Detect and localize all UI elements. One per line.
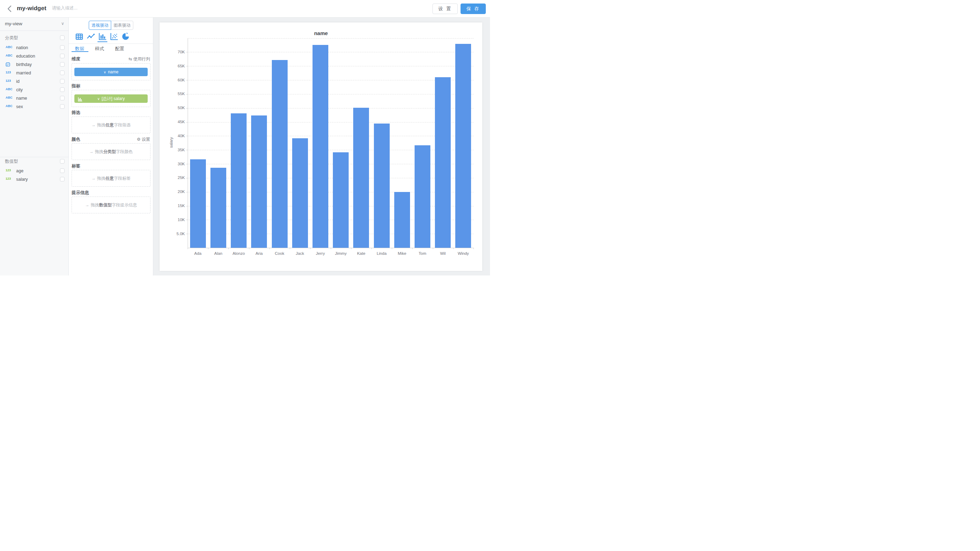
description-input[interactable] [52,6,129,11]
settings-button[interactable]: 设 置 [433,3,458,14]
field-checkbox[interactable] [60,96,65,100]
x-axis-label: Ada [188,251,208,255]
bar-Mike[interactable] [394,192,410,248]
field-checkbox[interactable] [60,45,65,50]
field-row-age[interactable]: 123age [0,167,68,175]
x-tick [208,248,208,249]
line-chart-icon[interactable] [87,32,95,41]
bar-Ada[interactable] [190,159,206,248]
back-icon[interactable] [6,5,14,13]
field-checkbox[interactable] [60,177,65,182]
bar-Windy[interactable] [455,44,471,248]
view-selector[interactable]: my-view ∨ [0,18,68,31]
section-checkbox[interactable] [60,35,65,40]
bar-Jimmy[interactable] [333,152,348,248]
field-section-label: 数值型 [5,159,18,165]
bar-Cook[interactable] [272,60,288,248]
x-axis-label: Alonzo [228,251,249,255]
section-checkbox[interactable] [60,159,65,164]
field-type-icon: 123 [6,70,15,74]
tab-config[interactable]: 配置 [115,46,124,52]
x-axis-label: Kate [351,251,371,255]
field-name: city [16,88,23,92]
field-row-nation[interactable]: ABCnation [0,43,68,52]
bar-Alan[interactable] [210,168,226,248]
y-axis-name: salary [169,137,173,148]
field-checkbox[interactable] [60,169,65,173]
y-tick [186,150,188,150]
y-tick [186,52,188,52]
y-axis-label: 15K [171,204,185,208]
bar-Aria[interactable] [251,115,267,248]
x-axis-label: Mike [392,251,412,255]
field-row-married[interactable]: 123married [0,69,68,77]
x-tick [188,248,188,249]
field-row-name[interactable]: ABCname [0,94,68,102]
field-row-education[interactable]: ABCeducation [0,52,68,61]
field-row-city[interactable]: ABCcity [0,86,68,94]
dimension-dropzone[interactable]: ∨name [72,63,151,80]
y-axis-label: 5.0K [171,232,185,236]
tooltip-section-label: 提示信息 [72,190,89,196]
color-dropzone[interactable]: →拖拽分类型字段颜色 [72,143,151,160]
field-name: married [16,70,31,75]
save-button[interactable]: 保 存 [461,3,486,14]
bar-Wil[interactable] [435,77,451,248]
field-checkbox[interactable] [60,62,65,67]
y-axis-label: 20K [171,190,185,194]
field-checkbox[interactable] [60,104,65,109]
bar-Jack[interactable] [292,138,308,248]
mode-switch: 透视驱动 图表驱动 [89,21,133,30]
bar-chart-plot: 5.0K10K15K20K25K30K35K40K45K50K55K60K65K… [159,22,482,271]
color-settings-link[interactable]: ⚙ 设置 [137,137,150,142]
field-checkbox[interactable] [60,70,65,75]
field-row-sex[interactable]: ABCsex [0,102,68,111]
bar-Alonzo[interactable] [231,113,247,248]
x-tick [474,248,474,249]
bar-chart-icon[interactable] [98,32,107,41]
color-section-label: 颜色 [72,137,80,142]
use-rowcol-link[interactable]: ⇆ 使用行列 [129,56,150,62]
x-tick [228,248,229,249]
field-name: id [16,79,20,84]
x-axis-label: Jerry [310,251,331,255]
y-axis-label: 55K [171,92,185,96]
field-sidebar: my-view ∨ 分类型ABCnationABCeducationbirthd… [0,18,69,276]
y-axis-label: 35K [171,148,185,152]
field-row-birthday[interactable]: birthday [0,61,68,69]
pie-chart-icon[interactable] [121,32,130,41]
tooltip-dropzone[interactable]: →拖拽数值型字段提示信息 [72,196,151,213]
mode-pivot-button[interactable]: 透视驱动 [89,21,111,30]
field-section-header: 数值型 [0,157,68,165]
chevron-down-icon: ∨ [97,97,100,101]
field-name: age [16,169,24,174]
metric-dropzone[interactable]: ∨[总计] salary [72,90,151,107]
metric-chip-salary[interactable]: ∨[总计] salary [74,94,148,103]
field-name: sex [16,104,23,109]
y-tick [186,164,188,164]
y-tick [186,234,188,234]
field-checkbox[interactable] [60,54,65,58]
label-dropzone[interactable]: →拖拽任意字段标签 [72,170,151,187]
y-axis-label: 30K [171,162,185,166]
x-tick [269,248,270,249]
swap-icon: ⇆ [129,56,133,61]
bar-Linda[interactable] [374,124,390,248]
bar-Kate[interactable] [353,108,369,248]
filter-dropzone[interactable]: →拖拽任意字段筛选 [72,116,151,133]
x-axis-label: Aria [249,251,269,255]
field-row-salary[interactable]: 123salary [0,175,68,183]
scatter-chart-icon[interactable] [110,32,118,41]
y-axis-label: 45K [171,120,185,124]
mode-chart-button[interactable]: 图表驱动 [111,21,133,30]
table-chart-icon[interactable] [75,32,83,41]
field-checkbox[interactable] [60,79,65,84]
x-tick [392,248,392,249]
gridline [188,80,474,80]
field-checkbox[interactable] [60,88,65,92]
bar-Tom[interactable] [415,145,430,248]
tab-style[interactable]: 样式 [95,46,104,52]
bar-Jerry[interactable] [312,45,328,248]
dimension-chip-name[interactable]: ∨name [74,68,148,76]
field-row-id[interactable]: 123id [0,77,68,86]
